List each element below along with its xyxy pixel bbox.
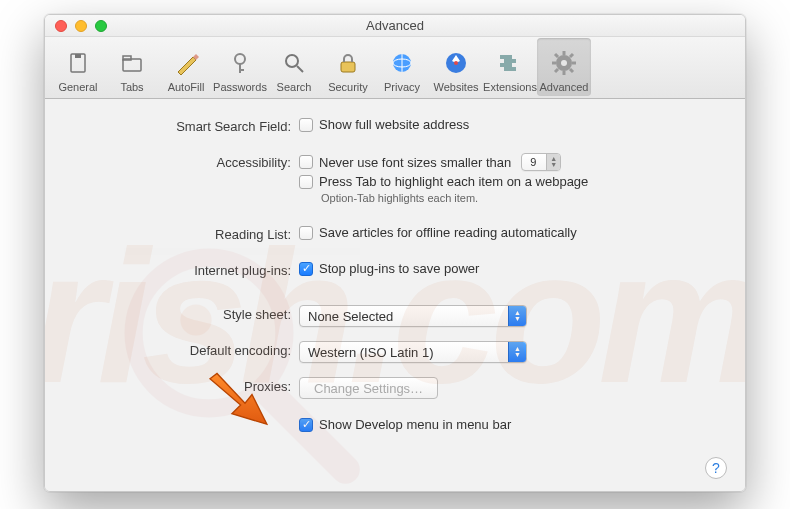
help-icon: ?: [712, 460, 720, 476]
press-tab-checkbox[interactable]: [299, 175, 313, 189]
svg-point-14: [454, 61, 458, 65]
accessibility-label: Accessibility:: [69, 153, 299, 170]
plugins-label: Internet plug-ins:: [69, 261, 299, 278]
tab-autofill[interactable]: AutoFill: [159, 38, 213, 96]
tab-label: Security: [328, 81, 368, 93]
tab-label: AutoFill: [168, 81, 205, 93]
proxies-label: Proxies:: [69, 377, 299, 394]
save-offline-checkbox[interactable]: [299, 226, 313, 240]
tab-general[interactable]: General: [51, 38, 105, 96]
tab-extensions[interactable]: Extensions: [483, 38, 537, 96]
svg-rect-6: [239, 69, 244, 71]
tab-label: General: [58, 81, 97, 93]
extensions-icon: [496, 49, 524, 77]
preferences-window: Advanced General Tabs AutoFill Passwords: [44, 14, 746, 492]
font-size-value: 9: [530, 156, 536, 168]
svg-rect-3: [123, 56, 131, 60]
titlebar: Advanced: [45, 15, 745, 37]
chevron-updown-icon: ▲▼: [508, 342, 526, 362]
font-size-checkbox[interactable]: [299, 155, 313, 169]
smart-search-label: Smart Search Field:: [69, 117, 299, 134]
advanced-gear-icon: [550, 49, 578, 77]
svg-line-8: [297, 66, 303, 72]
show-full-address-label: Show full website address: [319, 117, 469, 132]
show-develop-menu-label: Show Develop menu in menu bar: [319, 417, 511, 432]
passwords-icon: [226, 49, 254, 77]
option-tab-hint: Option-Tab highlights each item.: [321, 192, 721, 204]
content-area: rish.com Smart Search Field: Show full w…: [45, 99, 745, 492]
chevron-updown-icon: ▲▼: [508, 306, 526, 326]
tab-security[interactable]: Security: [321, 38, 375, 96]
websites-icon: [442, 49, 470, 77]
stop-plugins-checkbox[interactable]: [299, 262, 313, 276]
general-icon: [64, 49, 92, 77]
svg-line-22: [570, 69, 573, 72]
svg-line-23: [570, 54, 573, 57]
security-icon: [334, 49, 362, 77]
svg-rect-1: [75, 54, 81, 58]
press-tab-label: Press Tab to highlight each item on a we…: [319, 174, 588, 189]
font-size-select[interactable]: 9 ▲▼: [521, 153, 561, 171]
show-develop-menu-checkbox[interactable]: [299, 418, 313, 432]
style-sheet-label: Style sheet:: [69, 305, 299, 322]
show-full-address-checkbox[interactable]: [299, 118, 313, 132]
privacy-icon: [388, 49, 416, 77]
tab-label: Advanced: [540, 81, 589, 93]
style-sheet-select[interactable]: None Selected ▲▼: [299, 305, 527, 327]
tab-tabs[interactable]: Tabs: [105, 38, 159, 96]
svg-rect-5: [239, 63, 241, 73]
svg-point-4: [235, 54, 245, 64]
tab-privacy[interactable]: Privacy: [375, 38, 429, 96]
default-encoding-value: Western (ISO Latin 1): [308, 345, 433, 360]
change-settings-label: Change Settings…: [314, 381, 423, 396]
tab-passwords[interactable]: Passwords: [213, 38, 267, 96]
preferences-toolbar: General Tabs AutoFill Passwords Search: [45, 37, 745, 99]
chevron-updown-icon: ▲▼: [546, 154, 560, 170]
window-title: Advanced: [45, 18, 745, 33]
tab-label: Search: [277, 81, 312, 93]
tab-advanced[interactable]: Advanced: [537, 38, 591, 96]
svg-line-21: [555, 54, 558, 57]
tab-label: Privacy: [384, 81, 420, 93]
search-icon: [280, 49, 308, 77]
svg-rect-2: [123, 59, 141, 71]
svg-line-24: [555, 69, 558, 72]
change-settings-button[interactable]: Change Settings…: [299, 377, 438, 399]
svg-rect-9: [341, 62, 355, 72]
autofill-icon: [172, 49, 200, 77]
svg-point-16: [561, 60, 567, 66]
tab-label: Passwords: [213, 81, 267, 93]
help-button[interactable]: ?: [705, 457, 727, 479]
tabs-icon: [118, 49, 146, 77]
default-encoding-select[interactable]: Western (ISO Latin 1) ▲▼: [299, 341, 527, 363]
tab-label: Extensions: [483, 81, 537, 93]
default-encoding-label: Default encoding:: [69, 341, 299, 358]
style-sheet-value: None Selected: [308, 309, 393, 324]
stop-plugins-label: Stop plug-ins to save power: [319, 261, 479, 276]
tab-label: Websites: [433, 81, 478, 93]
save-offline-label: Save articles for offline reading automa…: [319, 225, 577, 240]
tab-websites[interactable]: Websites: [429, 38, 483, 96]
tab-search[interactable]: Search: [267, 38, 321, 96]
reading-list-label: Reading List:: [69, 225, 299, 242]
tab-label: Tabs: [120, 81, 143, 93]
svg-point-7: [286, 55, 298, 67]
font-size-label: Never use font sizes smaller than: [319, 155, 511, 170]
